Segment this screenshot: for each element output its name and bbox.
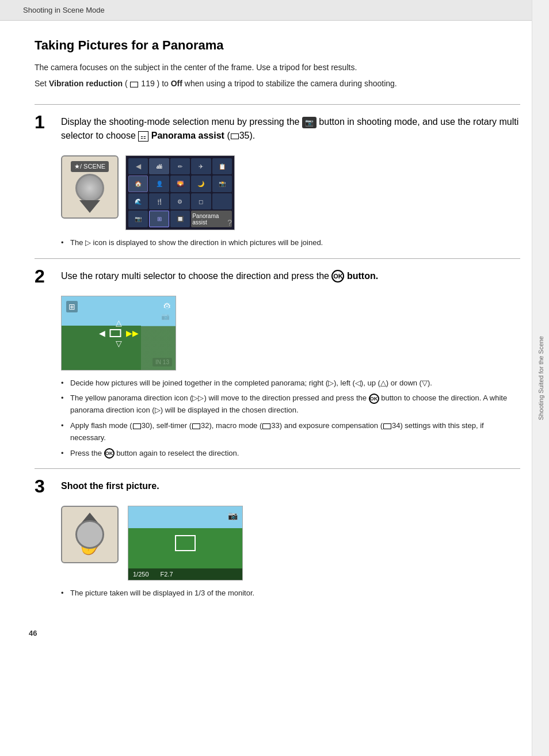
step-2-bullet-2: The yellow panorama direction icon (▷▷) … bbox=[61, 392, 520, 417]
menu-icon-12: 🍴 bbox=[149, 193, 169, 210]
step-3: 3 Shoot the first picture. ✋ 📷 1/2 bbox=[35, 468, 520, 632]
step-2-text: Use the rotary multi selector to choose … bbox=[61, 269, 520, 289]
vibration-reduction-label: Vibration reduction bbox=[49, 79, 123, 88]
final-photo-preview: 📷 1/250 F2.7 bbox=[128, 506, 243, 581]
step-3-bullet-1: The picture taken will be displayed in 1… bbox=[61, 587, 520, 600]
camera-icon: 📷 bbox=[302, 117, 317, 128]
step-3-title-text: Shoot the first picture. bbox=[61, 481, 159, 491]
step-2-images: ⊞ ⚙ 📷 △ ◀ ▶▶ ▽ bbox=[61, 296, 520, 371]
step-3-text: Shoot the first picture. bbox=[61, 479, 520, 499]
menu-icon-17-active: ⊞ bbox=[149, 211, 169, 227]
menu-icon-2: 🏙 bbox=[149, 158, 169, 175]
step-3-header: 3 Shoot the first picture. bbox=[35, 479, 520, 499]
scene-grid: ◀ 🏙 ✏ ✈ 📋 🏠 👤 🌄 🌙 📸 🌊 🍴 ⚙ ◻ bbox=[128, 158, 232, 227]
intro-set-label: Set bbox=[35, 79, 49, 88]
ok-icon-inline2: OK bbox=[104, 448, 115, 459]
lr-arrows: ◀ ▶▶ bbox=[99, 329, 139, 338]
scene-label: ★/ SCENE bbox=[71, 161, 109, 172]
down-arrow: ▽ bbox=[116, 339, 122, 348]
directional-control: △ ◀ ▶▶ ▽ bbox=[99, 318, 139, 348]
step-1-title: Display the shooting-mode selection menu… bbox=[61, 115, 520, 143]
menu-icon-3: ✏ bbox=[170, 158, 190, 175]
ok-icon-inline: OK bbox=[369, 394, 379, 404]
step-1-bullet-1: The ▷ icon is displayed to show the dire… bbox=[61, 237, 520, 249]
intro-suffix: when using a tripod to stabilize the cam… bbox=[185, 79, 397, 88]
sidebar-label: Shooting Suited for the Scene bbox=[537, 336, 544, 420]
button-label: button. bbox=[347, 271, 378, 281]
city-preview bbox=[141, 308, 176, 370]
focus-bracket bbox=[175, 535, 196, 551]
aperture: F2.7 bbox=[161, 571, 173, 578]
step-1-bullets: The ▷ icon is displayed to show the dire… bbox=[61, 237, 520, 249]
arrow-up-icon bbox=[79, 200, 100, 213]
step-2-bullet-4: Press the OK button again to reselect th… bbox=[61, 448, 520, 460]
main-content: Taking Pictures for a Panorama The camer… bbox=[0, 21, 549, 649]
menu-icon-1: ◀ bbox=[128, 158, 148, 175]
book-icon bbox=[130, 82, 138, 87]
camera-lens bbox=[75, 174, 104, 203]
off-label: Off bbox=[171, 79, 182, 88]
book-ref1 bbox=[133, 423, 141, 429]
camera-button-illustration: ★/ SCENE bbox=[61, 155, 119, 219]
menu-icon-9: 🌙 bbox=[191, 175, 211, 192]
panorama-assist-label: Panorama assist bbox=[151, 131, 224, 140]
menu-icon-15 bbox=[212, 193, 232, 210]
ui-overlay: ⊞ ⚙ 📷 △ ◀ ▶▶ ▽ bbox=[62, 296, 176, 370]
direction-screenshot: ⊞ ⚙ 📷 △ ◀ ▶▶ ▽ bbox=[61, 296, 176, 371]
page-header: Shooting in Scene Mode bbox=[0, 0, 549, 21]
step-3-title: Shoot the first picture. bbox=[61, 479, 520, 493]
scene-mode-label: ★/ SCENE bbox=[74, 163, 105, 170]
shoot-illustration: ✋ bbox=[61, 506, 119, 563]
scene-menu-screenshot: ◀ 🏙 ✏ ✈ 📋 🏠 👤 🌄 🌙 📸 🌊 🍴 ⚙ ◻ bbox=[125, 155, 235, 230]
step-2: 2 Use the rotary multi selector to choos… bbox=[35, 258, 520, 460]
step-3-number: 3 bbox=[35, 477, 52, 495]
step-3-bullets: The picture taken will be displayed in 1… bbox=[61, 587, 520, 600]
intro-ref-open: ( bbox=[125, 79, 128, 88]
panorama-assist-icon: ⚏ bbox=[138, 131, 148, 142]
step-2-header: 2 Use the rotary multi selector to choos… bbox=[35, 269, 520, 289]
step-3-images: ✋ 📷 1/250 F2.7 bbox=[61, 506, 520, 581]
final-info-bar: 1/250 F2.7 bbox=[128, 568, 242, 580]
step-2-bullet-3: Apply flash mode (30), self-timer (32), … bbox=[61, 420, 520, 444]
panorama-h-icon: ⊞ bbox=[66, 301, 78, 312]
help-icon: ? bbox=[227, 218, 232, 227]
menu-icon-13: ⚙ bbox=[170, 193, 190, 210]
page-title: Taking Pictures for a Panorama bbox=[35, 38, 520, 53]
menu-icon-4: ✈ bbox=[191, 158, 211, 175]
menu-icon-18: 🔲 bbox=[170, 211, 190, 227]
menu-icon-7: 👤 bbox=[149, 175, 169, 192]
menu-icon-14: ◻ bbox=[191, 193, 211, 210]
book-ref4 bbox=[383, 423, 391, 429]
step-2-title: Use the rotary multi selector to choose … bbox=[61, 269, 520, 283]
step-2-bullet-1: Decide how pictures will be joined toget… bbox=[61, 377, 520, 390]
step-1: 1 Display the shooting-mode selection me… bbox=[35, 104, 520, 249]
menu-icon-8: 🌄 bbox=[170, 175, 190, 192]
left-arrow: ◀ bbox=[99, 329, 105, 338]
step-2-number: 2 bbox=[35, 267, 52, 285]
sidebar: Shooting Suited for the Scene bbox=[532, 0, 549, 756]
center-bracket bbox=[110, 329, 121, 337]
intro-line2: Set Vibration reduction ( 119 ) to Off w… bbox=[35, 77, 520, 90]
final-camera-icon: 📷 bbox=[228, 511, 238, 520]
intro-line1: The camera focuses on the subject in the… bbox=[35, 61, 520, 74]
step-1-number: 1 bbox=[35, 113, 52, 131]
book-ref2 bbox=[192, 423, 200, 429]
step-1-header: 1 Display the shooting-mode selection me… bbox=[35, 115, 520, 148]
ok-button-icon: OK bbox=[331, 270, 344, 282]
menu-icon-16: 📷 bbox=[128, 211, 148, 227]
right-arrow-active: ▶▶ bbox=[126, 329, 139, 338]
header-title: Shooting in Scene Mode bbox=[23, 6, 105, 14]
shutter-button bbox=[75, 520, 104, 549]
menu-icon-11: 🌊 bbox=[128, 193, 148, 210]
step-1-text: Display the shooting-mode selection menu… bbox=[61, 115, 520, 148]
book-icon-step1 bbox=[231, 133, 239, 139]
book-ref3 bbox=[262, 423, 270, 429]
menu-icon-10: 📸 bbox=[212, 175, 232, 192]
panorama-label: Panorama assist bbox=[191, 211, 232, 227]
step-1-images: ★/ SCENE ◀ 🏙 ✏ ✈ 📋 🏠 👤 🌄 bbox=[61, 155, 520, 230]
intro-to-label: ) to bbox=[157, 79, 171, 88]
up-arrow: △ bbox=[116, 318, 122, 327]
step-2-bullets: Decide how pictures will be joined toget… bbox=[61, 377, 520, 460]
menu-icon-5: 📋 bbox=[212, 158, 232, 175]
shutter-speed: 1/250 bbox=[133, 571, 149, 578]
